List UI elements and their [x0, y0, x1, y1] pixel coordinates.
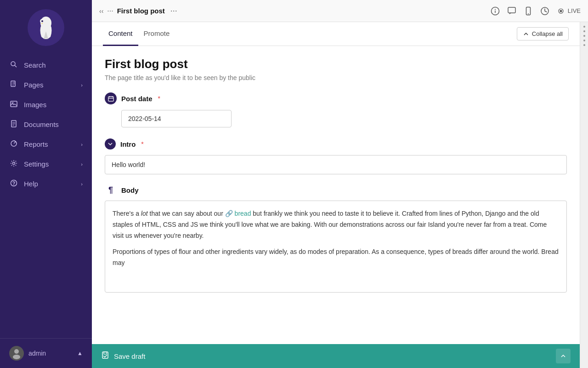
breadcrumb-back-icon[interactable]: ‹‹	[99, 7, 103, 15]
bread-link[interactable]: bread	[235, 210, 251, 217]
history-button[interactable]	[540, 6, 549, 16]
svg-point-19	[495, 9, 496, 10]
sidebar-item-reports-label: Reports	[24, 140, 75, 148]
svg-point-12	[13, 162, 15, 165]
svg-rect-25	[108, 96, 113, 101]
live-button[interactable]: LIVE	[557, 7, 581, 15]
paragraph-icon: ¶	[105, 185, 117, 195]
svg-line-5	[15, 65, 17, 67]
svg-rect-7	[11, 101, 17, 107]
intro-label: Intro	[120, 140, 136, 148]
svg-point-16	[13, 355, 20, 359]
reports-chevron: ›	[81, 142, 83, 147]
form-content: First blog post The page title as you'd …	[92, 46, 580, 344]
sidebar-item-documents-label: Documents	[24, 121, 83, 128]
body-label: Body	[121, 186, 139, 194]
post-date-required: *	[158, 95, 160, 102]
help-chevron: ›	[81, 181, 83, 187]
post-date-section: Post date *	[105, 92, 567, 127]
sidebar-item-pages-label: Pages	[24, 81, 75, 89]
info-button[interactable]	[491, 6, 500, 16]
calendar-icon	[105, 92, 117, 104]
sidebar-item-settings[interactable]: Settings ›	[0, 154, 92, 174]
svg-point-24	[560, 10, 562, 12]
pages-icon	[9, 80, 18, 89]
save-bar-expand-button[interactable]	[556, 349, 571, 363]
scroll-indicator-2	[583, 30, 585, 32]
avatar	[9, 346, 24, 361]
logo-circle	[28, 9, 64, 46]
mobile-preview-button[interactable]	[524, 6, 533, 16]
sidebar-item-images[interactable]: Images	[0, 95, 92, 115]
body-section: ¶ Body There's a lot that we can say abo…	[105, 185, 567, 293]
topbar-actions: LIVE	[491, 6, 581, 16]
main-area: ‹‹ ··· First blog post ··· LIVE	[92, 0, 588, 368]
editor-panel: Content Promote Collapse all First blog …	[92, 22, 580, 368]
topbar: ‹‹ ··· First blog post ··· LIVE	[92, 0, 588, 22]
page-subtitle: The page title as you'd like it to be se…	[105, 74, 567, 81]
sidebar-logo	[0, 0, 92, 51]
sidebar-item-search[interactable]: Search	[0, 55, 92, 75]
scroll-indicator-5	[583, 44, 585, 46]
page-title-section: First blog post The page title as you'd …	[105, 57, 567, 81]
images-icon	[9, 100, 18, 109]
svg-point-3	[41, 20, 43, 22]
page-main-title: First blog post	[105, 57, 567, 71]
tabs-bar: Content Promote Collapse all	[92, 22, 580, 46]
scroll-indicator-3	[583, 35, 585, 37]
sidebar: Search Pages › Images Documents Report	[0, 0, 92, 368]
right-scroll-panel	[580, 22, 588, 368]
post-date-header: Post date *	[105, 92, 567, 104]
page-title: First blog post	[117, 7, 165, 15]
settings-icon	[9, 160, 18, 168]
sidebar-item-reports[interactable]: Reports ›	[0, 134, 92, 154]
sidebar-item-help-label: Help	[24, 180, 75, 188]
svg-point-15	[14, 349, 19, 354]
sidebar-item-documents[interactable]: Documents	[0, 115, 92, 134]
search-icon	[9, 61, 18, 69]
body-rich-text[interactable]: There's a lot that we can say about our …	[105, 201, 567, 293]
intro-input[interactable]	[105, 155, 567, 174]
documents-icon	[9, 120, 18, 129]
post-date-label: Post date	[121, 95, 153, 103]
live-label: LIVE	[568, 7, 581, 14]
save-draft-label: Save draft	[114, 352, 556, 360]
svg-point-22	[528, 13, 529, 14]
svg-point-14	[13, 184, 14, 185]
chevron-up-icon: ▲	[77, 350, 83, 356]
sidebar-item-settings-label: Settings	[24, 160, 75, 168]
sidebar-nav: Search Pages › Images Documents Report	[0, 51, 92, 338]
scroll-indicator-4	[583, 40, 585, 41]
sidebar-item-search-label: Search	[24, 61, 83, 69]
reports-icon	[9, 140, 18, 149]
admin-name: admin	[28, 350, 73, 357]
intro-required: *	[141, 140, 143, 148]
comment-button[interactable]	[507, 6, 516, 16]
intro-toggle[interactable]	[105, 138, 116, 150]
breadcrumb-dots-icon[interactable]: ···	[107, 7, 113, 15]
sidebar-item-images-label: Images	[24, 101, 83, 109]
svg-line-11	[14, 142, 16, 144]
save-bar: Save draft	[92, 344, 580, 368]
svg-point-4	[11, 62, 15, 66]
post-date-input[interactable]	[121, 110, 232, 127]
save-draft-icon	[101, 351, 109, 361]
body-header: ¶ Body	[105, 185, 567, 195]
help-icon	[9, 179, 18, 188]
tab-promote[interactable]: Promote	[138, 22, 175, 46]
content-area: Content Promote Collapse all First blog …	[92, 22, 588, 368]
sidebar-footer[interactable]: admin ▲	[0, 338, 92, 368]
scroll-indicator-1	[583, 26, 585, 28]
sidebar-item-pages[interactable]: Pages ›	[0, 75, 92, 95]
settings-chevron: ›	[81, 161, 83, 167]
intro-section: Intro *	[105, 138, 567, 174]
sidebar-item-help[interactable]: Help ›	[0, 174, 92, 194]
intro-header: Intro *	[105, 138, 567, 150]
pages-chevron: ›	[81, 82, 83, 88]
tab-content[interactable]: Content	[103, 22, 138, 46]
svg-rect-20	[508, 7, 515, 13]
more-options-button[interactable]: ···	[170, 6, 177, 16]
collapse-all-button[interactable]: Collapse all	[517, 27, 569, 40]
